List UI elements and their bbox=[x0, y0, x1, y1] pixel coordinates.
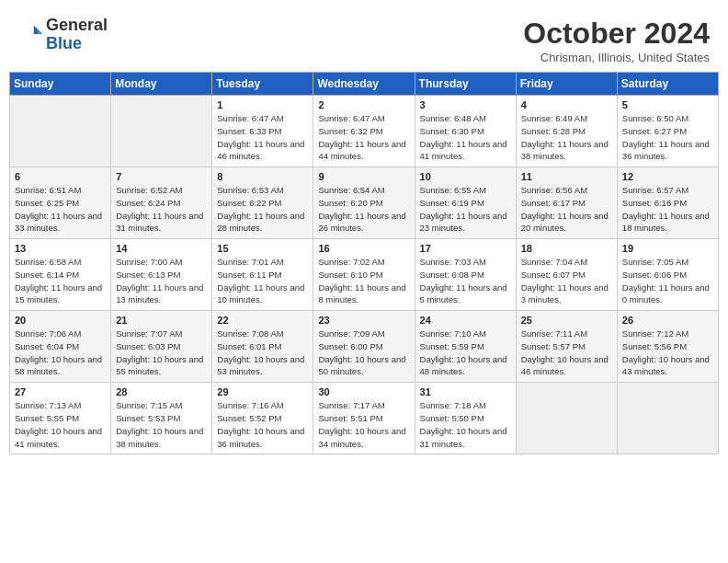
day-info: Sunrise: 7:13 AMSunset: 5:55 PMDaylight:… bbox=[15, 399, 106, 450]
day-info: Sunrise: 6:52 AMSunset: 6:24 PMDaylight:… bbox=[116, 184, 207, 235]
day-number: 4 bbox=[521, 99, 612, 110]
calendar-cell: 10Sunrise: 6:55 AMSunset: 6:19 PMDayligh… bbox=[415, 167, 516, 239]
logo-text: General Blue bbox=[46, 17, 108, 53]
day-info: Sunrise: 7:02 AMSunset: 6:10 PMDaylight:… bbox=[318, 256, 409, 306]
calendar-cell: 2Sunrise: 6:47 AMSunset: 6:32 PMDaylight… bbox=[313, 96, 415, 167]
day-info: Sunrise: 6:48 AMSunset: 6:30 PMDaylight:… bbox=[420, 112, 511, 163]
day-number: 29 bbox=[217, 386, 308, 397]
calendar-cell: 18Sunrise: 7:04 AMSunset: 6:07 PMDayligh… bbox=[516, 239, 617, 311]
day-info: Sunrise: 7:03 AMSunset: 6:08 PMDaylight:… bbox=[420, 256, 511, 306]
day-number: 7 bbox=[116, 171, 207, 182]
calendar-week-5: 27Sunrise: 7:13 AMSunset: 5:55 PMDayligh… bbox=[10, 383, 719, 454]
day-info: Sunrise: 7:01 AMSunset: 6:11 PMDaylight:… bbox=[217, 256, 308, 306]
calendar-cell: 30Sunrise: 7:17 AMSunset: 5:51 PMDayligh… bbox=[313, 383, 415, 454]
day-number: 10 bbox=[420, 171, 511, 182]
day-number: 6 bbox=[15, 171, 106, 182]
calendar-cell: 9Sunrise: 6:54 AMSunset: 6:20 PMDaylight… bbox=[313, 167, 415, 239]
day-number: 21 bbox=[116, 315, 207, 326]
calendar-cell bbox=[617, 383, 718, 454]
calendar-week-1: 1Sunrise: 6:47 AMSunset: 6:33 PMDaylight… bbox=[10, 96, 719, 167]
calendar-cell: 13Sunrise: 6:58 AMSunset: 6:14 PMDayligh… bbox=[10, 239, 111, 311]
location-subtitle: Chrisman, Illinois, United States bbox=[523, 51, 710, 64]
day-info: Sunrise: 7:06 AMSunset: 6:04 PMDaylight:… bbox=[15, 327, 106, 378]
day-info: Sunrise: 6:47 AMSunset: 6:32 PMDaylight:… bbox=[318, 112, 409, 163]
calendar-cell: 15Sunrise: 7:01 AMSunset: 6:11 PMDayligh… bbox=[212, 239, 313, 311]
day-info: Sunrise: 7:15 AMSunset: 5:53 PMDaylight:… bbox=[116, 399, 207, 450]
day-number: 25 bbox=[521, 315, 612, 326]
col-sunday: Sunday bbox=[10, 73, 111, 96]
calendar-cell: 31Sunrise: 7:18 AMSunset: 5:50 PMDayligh… bbox=[415, 383, 516, 454]
calendar-cell: 17Sunrise: 7:03 AMSunset: 6:08 PMDayligh… bbox=[415, 239, 516, 311]
calendar-cell: 29Sunrise: 7:16 AMSunset: 5:52 PMDayligh… bbox=[212, 383, 313, 454]
calendar-cell: 8Sunrise: 6:53 AMSunset: 6:22 PMDaylight… bbox=[212, 167, 313, 239]
logo-icon bbox=[18, 22, 44, 48]
calendar-cell: 25Sunrise: 7:11 AMSunset: 5:57 PMDayligh… bbox=[516, 311, 617, 383]
day-info: Sunrise: 7:07 AMSunset: 6:03 PMDaylight:… bbox=[116, 327, 207, 378]
logo-blue: Blue bbox=[46, 35, 108, 53]
day-info: Sunrise: 7:05 AMSunset: 6:06 PMDaylight:… bbox=[622, 256, 713, 306]
day-number: 19 bbox=[622, 243, 713, 254]
day-number: 13 bbox=[15, 243, 106, 254]
day-number: 17 bbox=[420, 243, 511, 254]
day-info: Sunrise: 6:58 AMSunset: 6:14 PMDaylight:… bbox=[15, 256, 106, 306]
calendar-cell bbox=[10, 96, 111, 167]
day-number: 24 bbox=[420, 315, 511, 326]
calendar-cell: 4Sunrise: 6:49 AMSunset: 6:28 PMDaylight… bbox=[516, 96, 617, 167]
day-info: Sunrise: 7:10 AMSunset: 5:59 PMDaylight:… bbox=[420, 327, 511, 378]
day-info: Sunrise: 7:04 AMSunset: 6:07 PMDaylight:… bbox=[521, 256, 612, 306]
day-info: Sunrise: 6:55 AMSunset: 6:19 PMDaylight:… bbox=[420, 184, 511, 235]
calendar-cell: 11Sunrise: 6:56 AMSunset: 6:17 PMDayligh… bbox=[516, 167, 617, 239]
day-number: 23 bbox=[318, 315, 409, 326]
day-info: Sunrise: 7:08 AMSunset: 6:01 PMDaylight:… bbox=[217, 327, 308, 378]
day-info: Sunrise: 6:54 AMSunset: 6:20 PMDaylight:… bbox=[318, 184, 409, 235]
day-number: 30 bbox=[318, 386, 409, 397]
day-number: 26 bbox=[622, 315, 713, 326]
calendar-week-4: 20Sunrise: 7:06 AMSunset: 6:04 PMDayligh… bbox=[10, 311, 719, 383]
day-number: 2 bbox=[318, 99, 409, 110]
calendar-cell: 12Sunrise: 6:57 AMSunset: 6:16 PMDayligh… bbox=[617, 167, 718, 239]
calendar-cell: 19Sunrise: 7:05 AMSunset: 6:06 PMDayligh… bbox=[617, 239, 718, 311]
calendar-cell: 21Sunrise: 7:07 AMSunset: 6:03 PMDayligh… bbox=[111, 311, 212, 383]
day-number: 27 bbox=[15, 386, 106, 397]
page-header: General Blue October 2024 Chrisman, Illi… bbox=[9, 9, 719, 68]
day-number: 5 bbox=[622, 99, 713, 110]
calendar-cell: 23Sunrise: 7:09 AMSunset: 6:00 PMDayligh… bbox=[313, 311, 415, 383]
calendar-cell: 7Sunrise: 6:52 AMSunset: 6:24 PMDaylight… bbox=[111, 167, 212, 239]
calendar-week-3: 13Sunrise: 6:58 AMSunset: 6:14 PMDayligh… bbox=[10, 239, 719, 311]
day-info: Sunrise: 6:53 AMSunset: 6:22 PMDaylight:… bbox=[217, 184, 308, 235]
day-number: 8 bbox=[217, 171, 308, 182]
day-info: Sunrise: 6:47 AMSunset: 6:33 PMDaylight:… bbox=[217, 112, 308, 163]
day-number: 3 bbox=[420, 99, 511, 110]
day-number: 1 bbox=[217, 99, 308, 110]
calendar-cell: 22Sunrise: 7:08 AMSunset: 6:01 PMDayligh… bbox=[212, 311, 313, 383]
col-tuesday: Tuesday bbox=[212, 73, 313, 96]
calendar-cell bbox=[111, 96, 212, 167]
col-wednesday: Wednesday bbox=[313, 73, 415, 96]
day-number: 16 bbox=[318, 243, 409, 254]
calendar-cell: 1Sunrise: 6:47 AMSunset: 6:33 PMDaylight… bbox=[212, 96, 313, 167]
day-number: 12 bbox=[622, 171, 713, 182]
day-number: 20 bbox=[15, 315, 106, 326]
calendar-header-row: Sunday Monday Tuesday Wednesday Thursday… bbox=[10, 73, 719, 96]
day-number: 15 bbox=[217, 243, 308, 254]
calendar-cell: 3Sunrise: 6:48 AMSunset: 6:30 PMDaylight… bbox=[415, 96, 516, 167]
day-info: Sunrise: 7:16 AMSunset: 5:52 PMDaylight:… bbox=[217, 399, 308, 450]
calendar-cell: 6Sunrise: 6:51 AMSunset: 6:25 PMDaylight… bbox=[10, 167, 111, 239]
day-number: 22 bbox=[217, 315, 308, 326]
calendar-table: Sunday Monday Tuesday Wednesday Thursday… bbox=[9, 72, 719, 454]
calendar-cell: 20Sunrise: 7:06 AMSunset: 6:04 PMDayligh… bbox=[10, 311, 111, 383]
logo-general: General bbox=[46, 17, 108, 35]
day-number: 9 bbox=[318, 171, 409, 182]
day-info: Sunrise: 6:57 AMSunset: 6:16 PMDaylight:… bbox=[622, 184, 713, 235]
day-info: Sunrise: 6:50 AMSunset: 6:27 PMDaylight:… bbox=[622, 112, 713, 163]
day-number: 11 bbox=[521, 171, 612, 182]
month-title: October 2024 bbox=[523, 17, 710, 51]
day-info: Sunrise: 6:56 AMSunset: 6:17 PMDaylight:… bbox=[521, 184, 612, 235]
day-info: Sunrise: 7:12 AMSunset: 5:56 PMDaylight:… bbox=[622, 327, 713, 378]
title-block: October 2024 Chrisman, Illinois, United … bbox=[523, 17, 710, 64]
calendar-cell: 24Sunrise: 7:10 AMSunset: 5:59 PMDayligh… bbox=[415, 311, 516, 383]
calendar-week-2: 6Sunrise: 6:51 AMSunset: 6:25 PMDaylight… bbox=[10, 167, 719, 239]
logo: General Blue bbox=[18, 17, 108, 53]
calendar-cell: 14Sunrise: 7:00 AMSunset: 6:13 PMDayligh… bbox=[111, 239, 212, 311]
day-info: Sunrise: 7:11 AMSunset: 5:57 PMDaylight:… bbox=[521, 327, 612, 378]
